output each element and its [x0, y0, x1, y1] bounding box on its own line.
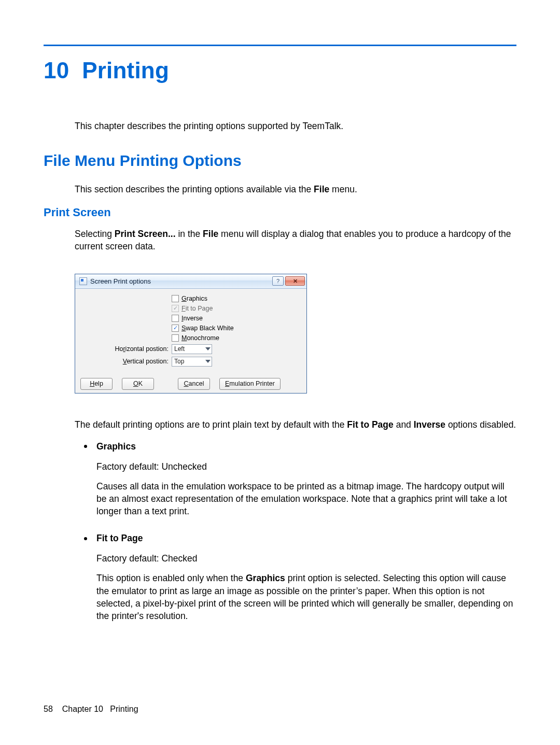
subsection-heading: Print Screen	[44, 206, 516, 219]
close-button[interactable]: ✕	[285, 276, 305, 286]
option-title: Fit to Page	[96, 533, 143, 544]
close-icon: ✕	[293, 278, 298, 285]
swap-checkbox[interactable]: ✓	[172, 325, 179, 332]
hpos-label: Horizontal postion:	[79, 345, 172, 353]
help-button[interactable]: ?	[272, 276, 284, 286]
defaults-para: The default printing options are to prin…	[75, 418, 516, 431]
inverse-label: Inverse	[181, 315, 203, 322]
option-graphics: Graphics Factory default: Unchecked Caus…	[84, 441, 516, 518]
footer-chapter: Chapter 10 Printing	[62, 705, 138, 714]
dialog-body: Graphics ✓Fit to Page Inverse ✓Swap Blac…	[75, 289, 306, 373]
graphics-checkbox[interactable]	[172, 295, 179, 302]
chevron-down-icon	[205, 360, 211, 363]
page-number: 58	[44, 705, 53, 714]
ok-button[interactable]: OK	[122, 378, 154, 390]
fit-label: Fit to Page	[181, 305, 213, 312]
hpos-value: Left	[174, 345, 185, 353]
option-fit-to-page: Fit to Page Factory default: Checked Thi…	[84, 533, 516, 622]
option-title: Graphics	[96, 441, 136, 452]
options-list: Graphics Factory default: Unchecked Caus…	[84, 441, 516, 622]
page-footer: 58 Chapter 10 Printing	[44, 705, 138, 714]
mono-checkbox[interactable]	[172, 334, 179, 342]
swap-label: Swap Black White	[181, 325, 234, 332]
vpos-combo[interactable]: Top	[172, 357, 212, 367]
hpos-combo[interactable]: Left	[172, 344, 212, 354]
chapter-name: Printing	[82, 58, 169, 83]
chapter-rule	[44, 45, 516, 46]
dialog-screenshot: Screen Print options ? ✕ Graphics ✓Fit t…	[75, 274, 516, 393]
help-dialog-button[interactable]: Help	[80, 378, 113, 390]
screen-print-dialog: Screen Print options ? ✕ Graphics ✓Fit t…	[75, 274, 307, 393]
vpos-value: Top	[174, 358, 184, 365]
cancel-button[interactable]: Cancel	[178, 378, 210, 390]
bullet-icon	[84, 445, 87, 448]
inverse-checkbox[interactable]	[172, 315, 179, 322]
section-intro: This section describes the printing opti…	[75, 183, 516, 195]
question-icon: ?	[276, 278, 279, 284]
section-heading: File Menu Printing Options	[44, 152, 516, 170]
option-default: Factory default: Checked	[96, 552, 516, 565]
mono-label: Monochrome	[181, 334, 219, 342]
chapter-number: 10	[44, 58, 69, 83]
chapter-intro: This chapter describes the printing opti…	[75, 120, 516, 132]
dialog-title: Screen Print options	[90, 277, 271, 285]
option-default: Factory default: Unchecked	[96, 460, 516, 473]
emulation-printer-button[interactable]: Emulation Printer	[219, 378, 281, 390]
bullet-icon	[84, 537, 87, 540]
app-icon	[79, 277, 87, 285]
graphics-label: Graphics	[181, 295, 207, 302]
dialog-titlebar: Screen Print options ? ✕	[75, 274, 306, 289]
chevron-down-icon	[205, 347, 211, 350]
option-desc: Causes all data in the emulation workspa…	[96, 480, 516, 517]
vpos-label: Vertical postion:	[79, 358, 172, 365]
dialog-button-bar: Help OK Cancel Emulation Printer	[75, 373, 306, 393]
print-screen-para: Selecting Print Screen... in the File me…	[75, 228, 516, 252]
fit-checkbox: ✓	[172, 305, 179, 312]
option-desc: This option is enabled only when the Gra…	[96, 572, 516, 622]
chapter-title: 10 Printing	[44, 58, 516, 83]
